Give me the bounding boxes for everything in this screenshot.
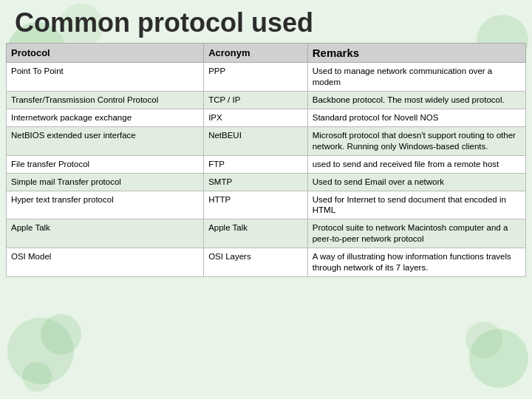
cell-protocol: File transfer Protocol [7, 155, 204, 173]
protocol-table-container: Protocol Acronym Remarks Point To PointP… [6, 43, 526, 277]
cell-protocol: Internetwork package exchange [7, 109, 204, 126]
cell-remarks: Protocol suite to network Macintosh comp… [307, 219, 525, 248]
cell-acronym: SMTP [204, 173, 308, 191]
cell-protocol: NetBIOS extended user interface [7, 126, 204, 155]
cell-acronym: PPP [204, 63, 308, 92]
table-row: Apple TalkApple TalkProtocol suite to ne… [7, 219, 526, 248]
page-title: Common protocol used [0, 0, 532, 43]
cell-acronym: NetBEUI [204, 126, 308, 155]
cell-protocol: Apple Talk [7, 219, 204, 248]
cell-remarks: Used for Internet to send document that … [307, 191, 525, 219]
table-row: Simple mail Transfer protocolSMTPUsed to… [7, 173, 526, 191]
cell-remarks: Microsoft protocol that doesn't support … [307, 126, 525, 155]
table-row: Point To PointPPPUsed to manage network … [7, 63, 526, 92]
cell-acronym: HTTP [204, 191, 308, 219]
cell-protocol: Hyper text transfer protocol [7, 191, 204, 219]
cell-protocol: Transfer/Transmission Control Protocol [7, 91, 204, 109]
table-row: Hyper text transfer protocolHTTPUsed for… [7, 191, 526, 219]
cell-remarks: used to send and received file from a re… [307, 155, 525, 173]
protocol-table: Protocol Acronym Remarks Point To PointP… [6, 43, 526, 277]
cell-remarks: Backbone protocol. The most widely used … [307, 91, 525, 109]
cell-remarks: A way of illustrating how information fu… [307, 248, 525, 277]
header-remarks: Remarks [307, 44, 525, 63]
cell-remarks: Used to manage network communication ove… [307, 63, 525, 92]
table-row: OSI ModelOSI LayersA way of illustrating… [7, 248, 526, 277]
cell-acronym: Apple Talk [204, 219, 308, 248]
table-row: Transfer/Transmission Control ProtocolTC… [7, 91, 526, 109]
cell-protocol: Simple mail Transfer protocol [7, 173, 204, 191]
header-acronym: Acronym [204, 44, 308, 63]
cell-remarks: Used to send Email over a network [307, 173, 525, 191]
cell-protocol: Point To Point [7, 63, 204, 92]
cell-acronym: OSI Layers [204, 248, 308, 277]
header-protocol: Protocol [7, 44, 204, 63]
cell-acronym: FTP [204, 155, 308, 173]
table-row: Internetwork package exchangeIPXStandard… [7, 109, 526, 126]
table-row: NetBIOS extended user interfaceNetBEUIMi… [7, 126, 526, 155]
cell-remarks: Standard protocol for Novell NOS [307, 109, 525, 126]
cell-protocol: OSI Model [7, 248, 204, 277]
cell-acronym: TCP / IP [204, 91, 308, 109]
table-row: File transfer ProtocolFTPused to send an… [7, 155, 526, 173]
cell-acronym: IPX [204, 109, 308, 126]
